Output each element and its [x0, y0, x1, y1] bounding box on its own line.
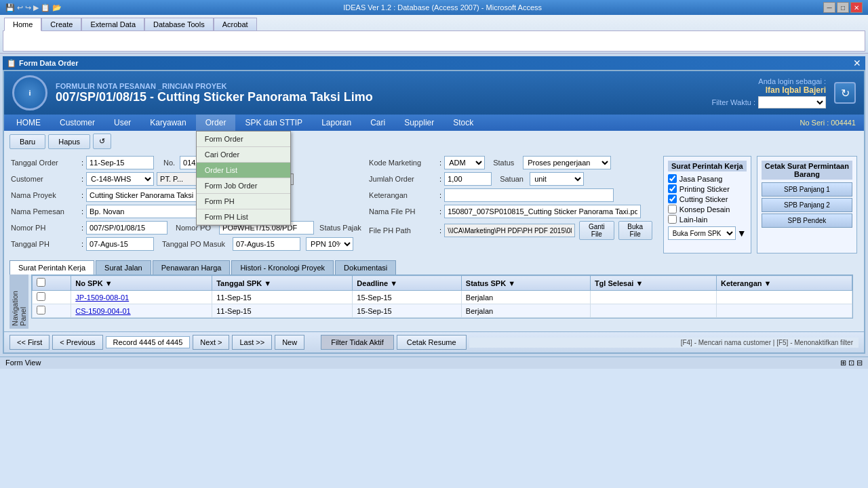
dropdown-order-list[interactable]: Order List [197, 163, 290, 178]
hapus-button[interactable]: Hapus [48, 134, 90, 149]
nav-spk[interactable]: SPK dan STTIP [235, 115, 312, 131]
spk-jasa-pasang-check[interactable] [668, 174, 677, 183]
tanggal-ph-input[interactable] [86, 237, 154, 251]
nav-order[interactable]: Order Form Order Cari Order Order List F… [196, 115, 236, 131]
tab-histori[interactable]: Histori - Kronologi Proyek [231, 260, 334, 274]
nav-cari[interactable]: Cari [361, 115, 395, 131]
dropdown-cari-order[interactable]: Cari Order [197, 147, 290, 163]
previous-btn[interactable]: < Previous [52, 335, 102, 350]
kode-marketing-select[interactable]: ADM [444, 156, 485, 169]
spk-konsep: Konsep Desain [668, 205, 747, 214]
tab-bar: Surat Perintah Kerja Surat Jalan Penawar… [4, 258, 864, 274]
ribbon-tab-acrobat[interactable]: Acrobat [214, 18, 257, 30]
status-select[interactable]: Proses pengerjaan [523, 156, 611, 169]
cetak-resume-btn[interactable]: Cetak Resume [397, 335, 467, 350]
spk-lain-label: Lain-lain [679, 216, 708, 224]
row2-tanggal-spk: 11-Sep-15 [212, 304, 353, 318]
nav-customer[interactable]: Customer [50, 115, 104, 131]
nav-home[interactable]: HOME [7, 115, 50, 131]
nav-user[interactable]: User [104, 115, 140, 131]
baru-button[interactable]: Baru [9, 134, 45, 149]
row2-no-spk[interactable]: CS-1509-004-01 [71, 304, 212, 318]
user-name: Ifan Iqbal Bajeri [698, 85, 826, 95]
row1-check [33, 291, 71, 304]
col-no-spk[interactable]: No SPK ▼ [71, 276, 212, 291]
refresh-form-button[interactable]: ↺ [93, 134, 111, 149]
form-header-bar: 📋 Form Data Order ✕ [3, 56, 865, 70]
file-ph-path-input [444, 224, 575, 237]
title-bar-controls: ─ □ ✕ [823, 2, 863, 13]
ribbon-tab-create[interactable]: Create [41, 18, 81, 30]
col-tanggal-spk[interactable]: Tanggal SPK ▼ [212, 276, 353, 291]
form-container: 📋 Form Data Order ✕ i FORMULIR NOTA PESA… [0, 54, 868, 357]
nav-supplier[interactable]: Supplier [395, 115, 443, 131]
buka-file-btn[interactable]: Buka File [618, 221, 652, 240]
refresh-btn[interactable]: ↻ [834, 82, 856, 104]
col-keterangan[interactable]: Keterangan ▼ [717, 276, 852, 291]
select-all-check[interactable] [37, 278, 45, 287]
spk-cutting-check[interactable] [668, 195, 677, 203]
spb-panjang2-btn[interactable]: SPB Panjang 2 [762, 198, 852, 212]
nav-laporan[interactable]: Laporan [312, 115, 361, 131]
spk-printing: Printing Sticker [668, 184, 747, 193]
last-btn[interactable]: Last >> [232, 335, 272, 350]
jumlah-order-input[interactable] [444, 172, 492, 186]
row1-status-spk: Berjalan [461, 291, 590, 304]
dropdown-form-ph-list[interactable]: Form PH List [197, 209, 290, 225]
new-btn[interactable]: New [275, 335, 304, 350]
status-bar-right: ⊞ ⊡ ⊟ [840, 359, 863, 367]
ppn-select[interactable]: PPN 10% [306, 237, 353, 251]
nav-stock[interactable]: Stock [443, 115, 483, 131]
tab-dokumentasi[interactable]: Dokumentasi [335, 260, 396, 274]
buka-form-spk-arrow[interactable]: ▼ [737, 228, 747, 239]
ganti-file-btn[interactable]: Ganti File [579, 221, 614, 240]
tanggal-order-input[interactable] [86, 156, 154, 169]
filter-waktu-select[interactable] [758, 96, 826, 108]
satuan-select[interactable]: unit [530, 172, 584, 186]
tab-penawaran[interactable]: Penawaran Harga [153, 260, 231, 274]
col-checkbox [33, 276, 71, 291]
customer-label: Customer [11, 175, 79, 183]
form-close-btn[interactable]: ✕ [853, 58, 861, 68]
ribbon-tabs: Home Create External Data Database Tools… [3, 16, 865, 31]
first-btn[interactable]: << First [9, 335, 50, 350]
buka-form-spk-select[interactable]: Buka Form SPK [668, 226, 736, 240]
nav-karyawan[interactable]: Karyawan [140, 115, 195, 131]
filter-tidak-aktif-btn[interactable]: Filter Tidak Aktif [321, 335, 394, 350]
nomor-ph-input[interactable] [86, 221, 167, 235]
col-deadline[interactable]: Deadline ▼ [353, 276, 461, 291]
nama-pemesan-row: Nama Pemesan : [11, 205, 363, 218]
title-bar-text: IDEAS Ver 1.2 : Database (Access 2007) -… [62, 3, 823, 12]
customer-select[interactable]: C-148-WHS [86, 172, 154, 186]
spb-panjang1-btn[interactable]: SPB Panjang 1 [762, 182, 852, 197]
spk-printing-check[interactable] [668, 184, 677, 193]
tab-surat-jalan[interactable]: Surat Jalan [96, 260, 151, 274]
maximize-btn[interactable]: □ [837, 2, 849, 13]
fields-area: Tanggal Order : No. Customer : C-148-WHS… [4, 152, 864, 258]
spk-konsep-check[interactable] [668, 205, 677, 214]
dropdown-form-ph[interactable]: Form PH [197, 194, 290, 209]
ribbon-tab-home[interactable]: Home [4, 18, 41, 31]
next-btn[interactable]: Next > [193, 335, 229, 350]
col-tgl-selesai[interactable]: Tgl Selesai ▼ [590, 276, 716, 291]
tanggal-po-masuk-input[interactable] [233, 237, 300, 251]
keterangan-input[interactable] [444, 188, 614, 202]
row2-check [33, 304, 71, 318]
col-status-spk[interactable]: Status SPK ▼ [461, 276, 590, 291]
nama-file-ph-input[interactable] [444, 205, 641, 218]
ribbon-tab-external-data[interactable]: External Data [81, 18, 144, 30]
row1-deadline: 15-Sep-15 [353, 291, 461, 304]
form-user-info: Anda login sebagai : Ifan Iqbal Bajeri F… [698, 77, 826, 108]
row1-no-spk[interactable]: JP-1509-008-01 [71, 291, 212, 304]
nama-pemesan-input[interactable] [86, 205, 208, 218]
spk-lain-check[interactable] [668, 215, 677, 224]
close-btn[interactable]: ✕ [850, 2, 863, 13]
dropdown-form-job-order[interactable]: Form Job Order [197, 178, 290, 194]
tab-spk[interactable]: Surat Perintah Kerja [9, 260, 94, 274]
spb-pendek-btn[interactable]: SPB Pendek [762, 214, 852, 228]
ribbon-tab-database-tools[interactable]: Database Tools [144, 18, 214, 30]
form-window-title: Form Data Order [19, 59, 78, 67]
minimize-btn[interactable]: ─ [823, 2, 835, 13]
kode-marketing-label: Kode Marketing [369, 159, 437, 167]
dropdown-form-order[interactable]: Form Order [197, 131, 290, 147]
